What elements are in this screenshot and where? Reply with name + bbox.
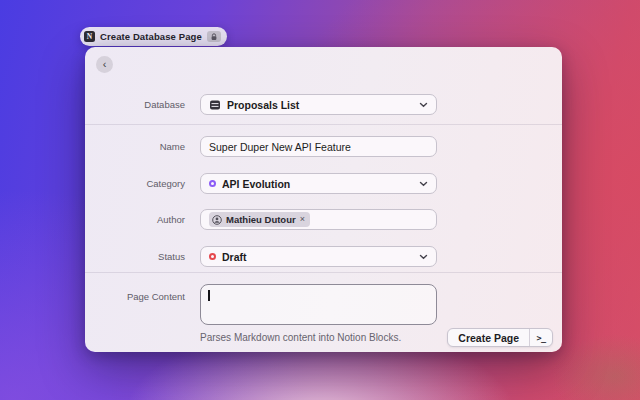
person-avatar-icon <box>212 215 222 225</box>
database-label: Database <box>85 94 185 115</box>
chevron-down-icon <box>419 102 428 108</box>
footer-hint: Parses Markdown content into Notion Bloc… <box>200 332 401 343</box>
remove-chip-icon[interactable]: × <box>300 215 305 224</box>
create-page-button-group: Create Page >_ <box>447 328 553 347</box>
chevron-down-icon <box>419 254 428 260</box>
author-label: Author <box>85 209 185 230</box>
create-page-button[interactable]: Create Page <box>448 329 529 346</box>
chevron-down-icon <box>419 181 428 187</box>
status-dropdown[interactable]: Draft <box>200 246 437 267</box>
author-tag-input[interactable]: Mathieu Dutour × <box>200 209 437 230</box>
page-content-label: Page Content <box>85 284 185 305</box>
status-label: Status <box>85 246 185 267</box>
author-row: Author Mathieu Dutour × <box>85 209 562 230</box>
author-chip[interactable]: Mathieu Dutour × <box>209 212 310 227</box>
category-ring-icon <box>209 180 216 187</box>
divider <box>85 124 562 125</box>
back-button[interactable]: ‹ <box>96 56 113 73</box>
notion-icon: N <box>84 31 95 42</box>
category-value: API Evolution <box>222 178 413 190</box>
status-ring-icon <box>209 253 216 260</box>
create-database-page-window: ‹ Database Proposals List Name Super Dup… <box>85 47 562 352</box>
database-icon <box>209 99 221 111</box>
lock-icon <box>207 31 221 42</box>
category-label: Category <box>85 173 185 194</box>
database-value: Proposals List <box>227 99 413 111</box>
name-row: Name Super Duper New API Feature <box>85 136 562 157</box>
command-tag[interactable]: N Create Database Page <box>80 27 227 46</box>
status-value: Draft <box>222 251 413 263</box>
text-cursor <box>208 290 210 301</box>
name-value: Super Duper New API Feature <box>209 141 428 153</box>
database-dropdown[interactable]: Proposals List <box>200 94 437 115</box>
page-content-textarea[interactable] <box>200 284 437 325</box>
category-row: Category API Evolution <box>85 173 562 194</box>
name-input[interactable]: Super Duper New API Feature <box>200 136 437 157</box>
database-row: Database Proposals List <box>85 94 562 115</box>
scriptkit-prompt-icon[interactable]: >_ <box>530 329 552 346</box>
status-row: Status Draft <box>85 246 562 267</box>
divider <box>85 272 562 273</box>
category-dropdown[interactable]: API Evolution <box>200 173 437 194</box>
author-chip-name: Mathieu Dutour <box>226 214 296 225</box>
name-label: Name <box>85 136 185 157</box>
command-tag-label: Create Database Page <box>100 31 202 42</box>
